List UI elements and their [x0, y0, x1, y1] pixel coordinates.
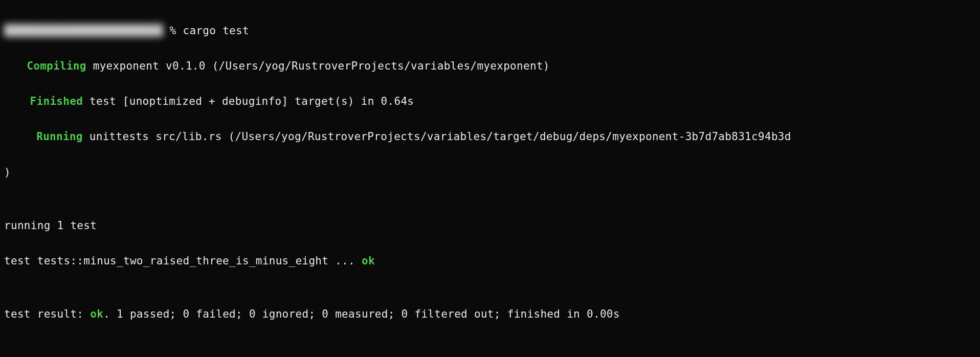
compiling-text: myexponent v0.1.0 (/Users/yog/RustroverP… — [86, 60, 550, 72]
test-case-name: test tests::minus_two_raised_three_is_mi… — [4, 255, 362, 267]
typed-command: cargo test — [183, 25, 249, 37]
running-line: Running unittests src/lib.rs (/Users/yog… — [4, 128, 976, 146]
running-label: Running — [36, 130, 83, 143]
compiling-line: Compiling myexponent v0.1.0 (/Users/yog/… — [4, 57, 976, 75]
finished-line: Finished test [unoptimized + debuginfo] … — [4, 93, 976, 110]
test-result-line-1: test result: ok. 1 passed; 0 failed; 0 i… — [4, 305, 976, 323]
running-text: unittests src/lib.rs (/Users/yog/Rustrov… — [83, 130, 791, 143]
prompt-line[interactable]: ████████████████████████ % cargo test — [4, 22, 976, 40]
test-result-status-1: ok — [90, 308, 103, 320]
redacted-hostname: ████████████████████████ — [4, 22, 163, 40]
compiling-label: Compiling — [27, 60, 86, 72]
test-case-status: ok — [362, 255, 375, 267]
prompt-symbol: % — [163, 25, 183, 37]
finished-text: test [unoptimized + debuginfo] target(s)… — [83, 95, 414, 107]
running-tests-count-1: running 1 test — [4, 217, 976, 235]
test-result-prefix-1: test result: — [4, 308, 90, 320]
test-case-line: test tests::minus_two_raised_three_is_mi… — [4, 252, 976, 270]
terminal-output: ████████████████████████ % cargo test Co… — [4, 4, 976, 357]
running-close-paren: ) — [4, 164, 976, 182]
test-result-rest-1: . 1 passed; 0 failed; 0 ignored; 0 measu… — [103, 308, 620, 320]
finished-label: Finished — [30, 95, 83, 107]
